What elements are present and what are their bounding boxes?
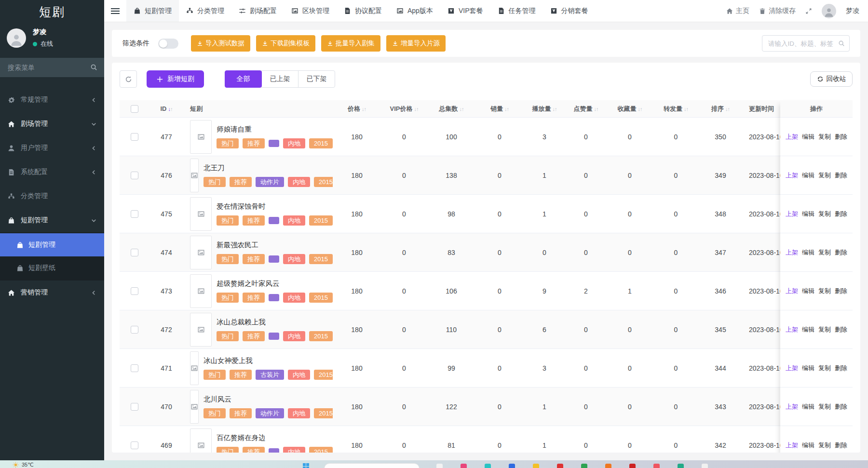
- sidebar-item-常规管理[interactable]: 常规管理: [0, 88, 104, 112]
- row-checkbox[interactable]: [131, 326, 138, 334]
- sort-arrows-icon[interactable]: ↓↑: [553, 106, 557, 112]
- sort-arrows-icon[interactable]: ↓↑: [414, 106, 418, 112]
- sort-arrows-icon[interactable]: ↓↑: [460, 106, 464, 112]
- row-checkbox[interactable]: [131, 403, 138, 411]
- home-link[interactable]: 主页: [726, 7, 749, 15]
- action-link-上架[interactable]: 上架: [786, 287, 798, 295]
- action-link-复制[interactable]: 复制: [818, 133, 831, 141]
- taskbar-app-icon[interactable]: [605, 464, 611, 468]
- nav-tab-短剧管理[interactable]: 短剧管理: [126, 0, 179, 22]
- row-checkbox[interactable]: [131, 249, 138, 256]
- navbar-username[interactable]: 梦凌: [846, 7, 859, 15]
- nav-tab-区块管理[interactable]: 区块管理: [284, 0, 337, 22]
- taskbar-app-icon[interactable]: [436, 464, 443, 468]
- action-link-编辑[interactable]: 编辑: [802, 171, 814, 180]
- taskbar-app-icon[interactable]: [557, 464, 563, 468]
- fullscreen-button[interactable]: [805, 8, 812, 14]
- drama-thumbnail[interactable]: [190, 120, 212, 154]
- sort-arrows-icon[interactable]: ↓↑: [725, 106, 730, 112]
- drama-thumbnail[interactable]: [190, 390, 199, 424]
- status-tab-已下架[interactable]: 已下架: [298, 70, 335, 88]
- action-link-删除[interactable]: 删除: [835, 171, 847, 180]
- sidebar-item-系统配置[interactable]: 系统配置: [0, 160, 104, 184]
- taskbar-app-icon[interactable]: [702, 464, 708, 468]
- taskbar-search[interactable]: [324, 463, 420, 468]
- sort-arrows-icon[interactable]: ↓↑: [168, 106, 173, 112]
- action-link-编辑[interactable]: 编辑: [802, 287, 814, 295]
- action-link-删除[interactable]: 删除: [835, 210, 847, 218]
- taskbar-app-icon[interactable]: [461, 464, 467, 468]
- taskbar-app-icon[interactable]: [533, 464, 539, 468]
- select-all-checkbox[interactable]: [131, 105, 138, 113]
- action-link-编辑[interactable]: 编辑: [802, 402, 814, 411]
- row-checkbox[interactable]: [131, 210, 138, 218]
- status-tab-已上架[interactable]: 已上架: [261, 70, 298, 88]
- nav-tab-VIP套餐[interactable]: VIP套餐: [440, 0, 490, 22]
- sidebar-search-input[interactable]: [0, 58, 104, 77]
- clear-cache-link[interactable]: 清除缓存: [759, 7, 796, 15]
- nav-tab-App版本[interactable]: App版本: [389, 0, 440, 22]
- drama-thumbnail[interactable]: [190, 236, 212, 269]
- refresh-button[interactable]: [120, 70, 137, 88]
- action-link-复制[interactable]: 复制: [818, 441, 831, 450]
- action-link-删除[interactable]: 删除: [835, 133, 847, 141]
- action-link-上架[interactable]: 上架: [786, 133, 798, 141]
- recycle-bin-button[interactable]: 回收站: [810, 71, 853, 87]
- import-button-增量导入片源[interactable]: 增量导入片源: [386, 35, 446, 52]
- action-link-复制[interactable]: 复制: [818, 325, 831, 334]
- status-tab-全部[interactable]: 全部: [225, 70, 262, 88]
- add-drama-button[interactable]: 新增短剧: [147, 70, 204, 88]
- taskbar-app-icon[interactable]: [629, 464, 636, 468]
- table-search-input[interactable]: [762, 35, 850, 52]
- sort-arrows-icon[interactable]: ↓↑: [638, 106, 642, 112]
- taskbar-app-icon[interactable]: [581, 464, 587, 468]
- sort-arrows-icon[interactable]: ↓↑: [504, 106, 509, 112]
- action-link-编辑[interactable]: 编辑: [802, 441, 814, 450]
- taskbar-app-icon[interactable]: [678, 464, 684, 468]
- sidebar-item-用户管理[interactable]: 用户管理: [0, 136, 104, 160]
- taskbar-app-icon[interactable]: [653, 464, 660, 468]
- nav-tab-任务管理[interactable]: 任务管理: [490, 0, 543, 22]
- filter-toggle[interactable]: [158, 39, 178, 49]
- row-checkbox[interactable]: [131, 364, 138, 372]
- action-link-编辑[interactable]: 编辑: [802, 364, 814, 373]
- submenu-item-短剧壁纸[interactable]: 短剧壁纸: [0, 256, 104, 280]
- action-link-编辑[interactable]: 编辑: [802, 325, 814, 334]
- drama-thumbnail[interactable]: [190, 313, 212, 347]
- drama-thumbnail[interactable]: [190, 197, 212, 231]
- action-link-上架[interactable]: 上架: [786, 325, 798, 334]
- row-checkbox[interactable]: [131, 133, 138, 141]
- sort-arrows-icon[interactable]: ↓↑: [594, 106, 598, 112]
- action-link-删除[interactable]: 删除: [835, 364, 847, 373]
- user-avatar[interactable]: [7, 28, 26, 48]
- nav-tab-分类管理[interactable]: 分类管理: [179, 0, 231, 22]
- action-link-复制[interactable]: 复制: [818, 248, 831, 257]
- action-link-删除[interactable]: 删除: [835, 402, 847, 411]
- action-link-上架[interactable]: 上架: [786, 364, 798, 373]
- action-link-编辑[interactable]: 编辑: [802, 133, 814, 141]
- row-checkbox[interactable]: [131, 172, 138, 179]
- sidebar-item-剧场管理[interactable]: 剧场管理: [0, 112, 104, 136]
- action-link-删除[interactable]: 删除: [835, 287, 847, 295]
- action-link-编辑[interactable]: 编辑: [802, 248, 814, 257]
- taskbar-weather[interactable]: 35℃: [13, 462, 34, 468]
- action-link-复制[interactable]: 复制: [818, 210, 831, 218]
- taskbar-app-icon[interactable]: [509, 464, 515, 468]
- action-link-上架[interactable]: 上架: [786, 248, 798, 257]
- drama-thumbnail[interactable]: [190, 428, 212, 453]
- action-link-上架[interactable]: 上架: [786, 441, 798, 450]
- hamburger-button[interactable]: [104, 0, 126, 22]
- windows-start-icon[interactable]: [303, 463, 309, 468]
- nav-tab-剧场配置[interactable]: 剧场配置: [231, 0, 284, 22]
- drama-thumbnail[interactable]: [190, 159, 199, 192]
- action-link-删除[interactable]: 删除: [835, 441, 847, 450]
- import-button-导入测试数据[interactable]: 导入测试数据: [191, 35, 250, 52]
- action-link-上架[interactable]: 上架: [786, 402, 798, 411]
- nav-tab-分销套餐[interactable]: 分销套餐: [543, 0, 596, 22]
- row-checkbox[interactable]: [131, 287, 138, 295]
- sort-arrows-icon[interactable]: ↓↑: [362, 106, 366, 112]
- action-link-删除[interactable]: 删除: [835, 325, 847, 334]
- action-link-上架[interactable]: 上架: [786, 210, 798, 218]
- drama-thumbnail[interactable]: [190, 274, 212, 308]
- navbar-avatar[interactable]: [822, 4, 836, 18]
